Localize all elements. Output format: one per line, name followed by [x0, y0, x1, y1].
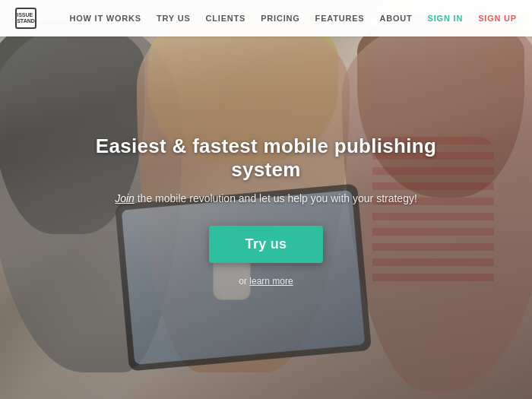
- logo: ISSUESTAND: [15, 8, 36, 29]
- nav-signin[interactable]: SIGN IN: [428, 14, 464, 23]
- nav-signup[interactable]: SIGN UP: [478, 14, 517, 23]
- nav-clients[interactable]: CLIENTS: [206, 14, 246, 23]
- nav-try-us[interactable]: TRY US: [157, 14, 191, 23]
- nav-about[interactable]: ABOUT: [379, 14, 412, 23]
- hero-section: ISSUESTAND HOW IT WORKS TRY US CLIENTS P…: [0, 0, 532, 399]
- hero-subtitle: Join the mobile revolution and let us he…: [115, 192, 417, 204]
- hero-content: Easiest & fastest mobile publishing syst…: [0, 0, 532, 399]
- nav-pricing[interactable]: PRICING: [261, 14, 299, 23]
- learn-more-link[interactable]: learn more: [249, 276, 293, 287]
- hero-subtitle-text: the mobile revolution and let us help yo…: [138, 192, 417, 204]
- main-nav: HOW IT WORKS TRY US CLIENTS PRICING FEAT…: [69, 14, 517, 23]
- logo-icon: ISSUESTAND: [15, 8, 36, 29]
- nav-features[interactable]: FEATURES: [315, 14, 365, 23]
- header: ISSUESTAND HOW IT WORKS TRY US CLIENTS P…: [0, 0, 532, 36]
- join-link[interactable]: Join: [115, 192, 135, 204]
- learn-more-prefix: or: [239, 276, 249, 287]
- learn-more-row: or learn more: [239, 274, 293, 287]
- nav-how-it-works[interactable]: HOW IT WORKS: [69, 14, 141, 23]
- hero-title: Easiest & fastest mobile publishing syst…: [61, 135, 471, 182]
- try-us-button[interactable]: Try us: [209, 226, 324, 263]
